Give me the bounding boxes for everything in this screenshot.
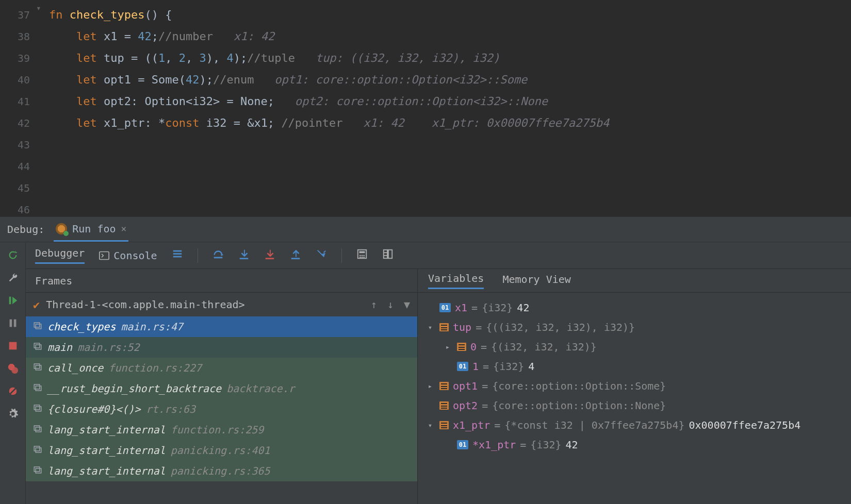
step-out-icon[interactable] bbox=[290, 248, 301, 262]
check-icon: ✔ bbox=[33, 298, 40, 311]
type-struct-icon bbox=[439, 401, 449, 410]
svg-rect-11 bbox=[173, 256, 182, 258]
frame-icon bbox=[33, 382, 42, 395]
type-struct-icon bbox=[439, 382, 449, 390]
svg-rect-39 bbox=[34, 426, 40, 430]
frames-pane: Frames ✔ Thread-1-<com.apple.main-thread… bbox=[26, 269, 418, 504]
svg-rect-37 bbox=[34, 405, 40, 410]
stack-frame[interactable]: main main.rs:52 bbox=[26, 337, 417, 358]
variable-row[interactable]: 01 x1 = {i32} 42 bbox=[425, 298, 844, 317]
svg-rect-18 bbox=[359, 251, 365, 254]
evaluate-expression-icon[interactable] bbox=[356, 248, 368, 262]
line-number-gutter: 37383940414243444546 bbox=[0, 0, 36, 216]
frame-icon bbox=[33, 444, 42, 457]
type-i32-icon: 01 bbox=[457, 440, 468, 449]
debug-tool-window-header: Debug: Run foo × bbox=[0, 216, 851, 242]
step-over-icon[interactable] bbox=[212, 248, 224, 262]
tab-console[interactable]: Console bbox=[99, 249, 157, 262]
rerun-icon[interactable] bbox=[7, 249, 19, 261]
rust-icon bbox=[56, 223, 67, 234]
type-i32-icon: 01 bbox=[439, 303, 451, 312]
mute-breakpoints-icon[interactable] bbox=[7, 385, 19, 397]
stack-frame[interactable]: lang_start_internal panicking.rs:401 bbox=[26, 440, 417, 461]
trace-current-stream-icon[interactable] bbox=[382, 248, 394, 262]
svg-rect-1 bbox=[9, 320, 12, 327]
variable-row[interactable]: 01 1 = {i32} 4 bbox=[425, 357, 844, 376]
frame-icon bbox=[33, 424, 42, 436]
type-struct-icon bbox=[439, 421, 449, 429]
svg-rect-14 bbox=[265, 258, 274, 259]
stack-frame[interactable]: call_once function.rs:227 bbox=[26, 358, 417, 378]
debug-tool-window: Debugger Console bbox=[0, 242, 851, 504]
svg-rect-43 bbox=[34, 467, 40, 472]
variable-row[interactable]: ▸ opt1 = {core::option::Option::Some} bbox=[425, 376, 844, 396]
variables-tree[interactable]: 01 x1 = {i32} 42▾ tup = {((i32, i32, i32… bbox=[418, 293, 851, 460]
stack-frame[interactable]: {closure#0}<()> rt.rs:63 bbox=[26, 399, 417, 419]
svg-rect-8 bbox=[100, 251, 109, 259]
debugger-settings-icon[interactable] bbox=[7, 408, 19, 419]
variable-row[interactable]: ▸ 0 = {(i32, i32, i32)} bbox=[425, 337, 844, 357]
variable-row[interactable]: opt2 = {core::option::Option::None} bbox=[425, 396, 844, 415]
svg-rect-38 bbox=[36, 407, 41, 411]
frame-icon bbox=[33, 321, 42, 333]
prev-frame-icon[interactable]: ↑ bbox=[371, 298, 377, 311]
expand-toggle-icon[interactable]: ▸ bbox=[425, 376, 435, 396]
svg-rect-3 bbox=[9, 342, 17, 350]
step-into-icon[interactable] bbox=[238, 248, 250, 262]
stack-frame[interactable]: __rust_begin_short_backtrace backtrace.r bbox=[26, 378, 417, 399]
expand-toggle-icon[interactable]: ▸ bbox=[443, 337, 453, 357]
code-editor[interactable]: 37383940414243444546 ▾ fn check_types() … bbox=[0, 0, 851, 216]
tab-memory-view[interactable]: Memory View bbox=[502, 273, 570, 289]
svg-rect-0 bbox=[9, 297, 11, 305]
svg-rect-32 bbox=[36, 345, 41, 349]
frames-header: Frames bbox=[26, 269, 417, 293]
svg-rect-33 bbox=[34, 364, 40, 368]
close-icon[interactable]: × bbox=[121, 223, 127, 234]
stop-icon[interactable] bbox=[7, 340, 19, 351]
svg-rect-10 bbox=[173, 253, 182, 255]
svg-rect-40 bbox=[36, 427, 41, 432]
svg-point-24 bbox=[363, 257, 365, 258]
svg-point-19 bbox=[359, 255, 361, 256]
pause-icon[interactable] bbox=[7, 317, 19, 329]
debug-label: Debug: bbox=[7, 223, 44, 236]
expand-toggle-icon[interactable]: ▾ bbox=[425, 415, 435, 435]
type-struct-icon bbox=[457, 343, 466, 351]
svg-point-5 bbox=[11, 367, 18, 374]
next-frame-icon[interactable]: ↓ bbox=[387, 298, 394, 311]
svg-rect-41 bbox=[34, 446, 40, 451]
variable-row[interactable]: 01 *x1_ptr = {i32} 42 bbox=[425, 435, 844, 455]
stack-frame[interactable]: lang_start_internal panicking.rs:365 bbox=[26, 461, 417, 481]
fold-column: ▾ bbox=[36, 0, 49, 216]
settings-wrench-icon[interactable] bbox=[7, 272, 19, 283]
svg-rect-9 bbox=[173, 250, 182, 252]
variable-row[interactable]: ▾ x1_ptr = {*const i32 | 0x7ffee7a275b4}… bbox=[425, 415, 844, 435]
variable-row[interactable]: ▾ tup = {((i32, i32, i32), i32)} bbox=[425, 317, 844, 337]
expand-toggle-icon[interactable]: ▾ bbox=[425, 317, 435, 337]
frame-icon bbox=[33, 403, 42, 415]
svg-point-23 bbox=[361, 257, 363, 258]
variables-pane: Variables Memory View 01 x1 = {i32} 42▾ … bbox=[418, 269, 851, 504]
frame-list[interactable]: check_types main.rs:47main main.rs:52cal… bbox=[26, 316, 417, 504]
svg-rect-31 bbox=[34, 343, 40, 348]
force-step-into-icon[interactable] bbox=[264, 248, 275, 262]
svg-rect-35 bbox=[34, 384, 40, 389]
stack-frame[interactable]: lang_start_internal function.rs:259 bbox=[26, 419, 417, 440]
stack-frame[interactable]: check_types main.rs:47 bbox=[26, 316, 417, 337]
svg-rect-13 bbox=[239, 258, 248, 259]
thread-selector[interactable]: ✔ Thread-1-<com.apple.main-thread> ↑ ↓ ▼ bbox=[26, 293, 417, 316]
frame-icon bbox=[33, 465, 42, 477]
tab-debugger[interactable]: Debugger bbox=[35, 247, 85, 264]
frame-icon bbox=[33, 341, 42, 354]
threads-view-icon[interactable] bbox=[172, 248, 183, 262]
run-to-cursor-icon[interactable] bbox=[316, 248, 327, 262]
fold-toggle-icon[interactable]: ▾ bbox=[36, 3, 46, 13]
view-breakpoints-icon[interactable] bbox=[7, 363, 19, 374]
run-config-tab[interactable]: Run foo × bbox=[54, 217, 128, 242]
svg-point-22 bbox=[359, 257, 361, 258]
tab-variables[interactable]: Variables bbox=[428, 272, 484, 289]
resume-icon[interactable] bbox=[7, 295, 19, 306]
svg-rect-25 bbox=[383, 250, 387, 259]
thread-dropdown-icon[interactable]: ▼ bbox=[404, 298, 410, 311]
code-area[interactable]: fn check_types() { let x1 = 42;//number … bbox=[49, 0, 851, 216]
